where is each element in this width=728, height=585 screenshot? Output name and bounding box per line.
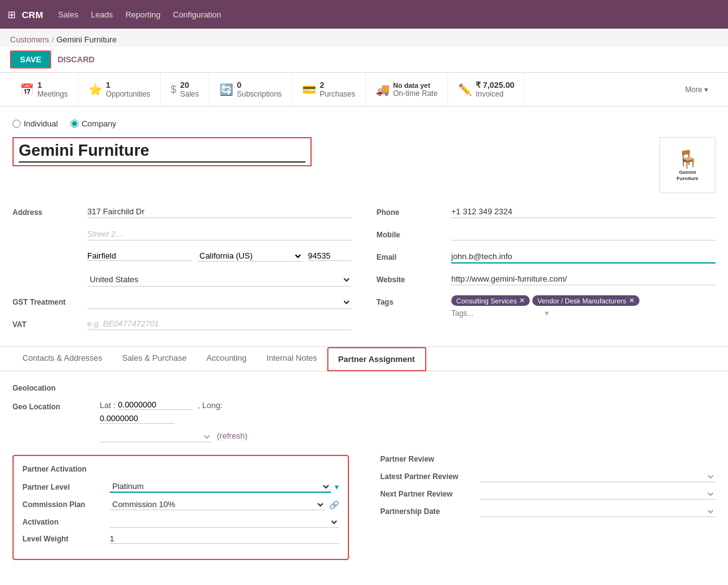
nav-leads[interactable]: Leads bbox=[91, 10, 113, 19]
tab-notes[interactable]: Internal Notes bbox=[257, 347, 327, 371]
geolocation-title: Geolocation bbox=[12, 384, 716, 392]
company-name-input[interactable] bbox=[19, 141, 305, 163]
individual-radio[interactable] bbox=[12, 120, 21, 128]
tags-value: Consulting Services ✕ Vendor / Desk Manu… bbox=[451, 295, 716, 318]
tag-consulting-remove[interactable]: ✕ bbox=[519, 297, 525, 305]
partner-sections: Partner Activation Partner Level Platinu… bbox=[12, 455, 716, 560]
smart-btn-purchases[interactable]: 💳 2 Purchases bbox=[292, 73, 366, 106]
gst-field-row: GST Treatment bbox=[12, 295, 352, 313]
partnership-date-select[interactable] bbox=[480, 506, 716, 517]
tab-sales[interactable]: Sales & Purchase bbox=[112, 347, 196, 371]
save-button[interactable]: SAVE bbox=[10, 50, 51, 69]
activation-select[interactable] bbox=[110, 516, 339, 528]
geo-section: Geolocation Geo Location Lat : , Long: (… bbox=[12, 384, 716, 442]
next-review-select[interactable] bbox=[480, 488, 716, 500]
company-logo[interactable]: 🪑 Gemini Furniture bbox=[659, 137, 716, 193]
external-link-icon[interactable]: 🔗 bbox=[329, 500, 339, 510]
tag-consulting: Consulting Services ✕ bbox=[451, 295, 530, 306]
type-selector: Individual Company bbox=[12, 119, 716, 128]
calendar-icon: 📅 bbox=[20, 83, 34, 97]
individual-option[interactable]: Individual bbox=[12, 119, 58, 128]
email-field-row: Email bbox=[376, 250, 716, 268]
activation-value bbox=[110, 516, 339, 528]
smart-btn-invoiced[interactable]: ✏️ ₹ 7,025.00 Invoiced bbox=[448, 73, 525, 106]
mobile-value bbox=[451, 228, 716, 240]
tab-partner[interactable]: Partner Assignment bbox=[327, 347, 426, 371]
ontime-label: On-time Rate bbox=[393, 89, 438, 98]
invoiced-count: ₹ 7,025.00 bbox=[476, 80, 514, 90]
email-value bbox=[451, 250, 716, 264]
ontime-count: No data yet bbox=[393, 82, 438, 89]
level-weight-label: Level Weight bbox=[22, 535, 110, 543]
nav-reporting[interactable]: Reporting bbox=[125, 10, 160, 19]
commission-plan-row: Commission Plan Commission 10% 🔗 bbox=[22, 499, 339, 510]
company-option[interactable]: Company bbox=[70, 119, 117, 128]
country-select[interactable]: United States bbox=[87, 273, 352, 287]
latest-review-select[interactable] bbox=[480, 471, 716, 482]
tags-input-row: ▾ bbox=[451, 308, 716, 318]
subscriptions-count: 0 bbox=[237, 80, 282, 90]
commission-plan-select[interactable]: Commission 10% bbox=[110, 499, 325, 510]
vat-input[interactable] bbox=[87, 318, 352, 330]
individual-label: Individual bbox=[24, 119, 58, 128]
website-label: Website bbox=[376, 273, 451, 284]
truck-icon: 🚚 bbox=[376, 83, 390, 97]
tags-input[interactable] bbox=[451, 309, 545, 318]
tags-container: Consulting Services ✕ Vendor / Desk Manu… bbox=[451, 295, 716, 306]
tag-vendor: Vendor / Desk Manufacturers ✕ bbox=[532, 295, 639, 306]
partner-level-select[interactable]: Platinum bbox=[110, 481, 331, 493]
email-input[interactable] bbox=[451, 250, 716, 264]
long-input[interactable] bbox=[100, 414, 175, 424]
street2-input[interactable] bbox=[87, 228, 352, 240]
smart-btn-subscriptions[interactable]: 🔄 0 Subscriptions bbox=[209, 73, 292, 106]
address-label: Address bbox=[12, 206, 87, 217]
breadcrumb: Customers / Gemini Furniture bbox=[0, 29, 728, 47]
breadcrumb-parent[interactable]: Customers bbox=[10, 35, 49, 44]
country-field-row: United States bbox=[12, 273, 352, 290]
tab-accounting[interactable]: Accounting bbox=[196, 347, 256, 371]
zip-input[interactable] bbox=[308, 251, 352, 261]
smart-btn-opportunities[interactable]: ⭐ 1 Opportunities bbox=[79, 73, 161, 106]
tag-vendor-remove[interactable]: ✕ bbox=[629, 297, 635, 305]
grid-icon[interactable]: ⊞ bbox=[7, 9, 16, 21]
tags-field-row: Tags Consulting Services ✕ Vendor / Desk… bbox=[376, 295, 716, 318]
tab-contacts[interactable]: Contacts & Addresses bbox=[12, 347, 112, 371]
address-field-row: Address bbox=[12, 206, 352, 223]
vat-value bbox=[87, 318, 352, 330]
dollar-icon: $ bbox=[171, 84, 176, 95]
company-radio[interactable] bbox=[70, 120, 79, 128]
meetings-count: 1 bbox=[37, 80, 68, 90]
activation-title: Partner Activation bbox=[22, 465, 339, 473]
address-value bbox=[87, 206, 352, 218]
map-select[interactable] bbox=[100, 431, 212, 442]
discard-button[interactable]: DISCARD bbox=[57, 55, 94, 64]
breadcrumb-current: Gemini Furniture bbox=[56, 35, 117, 44]
top-nav: ⊞ CRM Sales Leads Reporting Configuratio… bbox=[0, 0, 728, 29]
nav-configuration[interactable]: Configuration bbox=[173, 10, 221, 19]
invoiced-label: Invoiced bbox=[476, 90, 514, 98]
smart-btn-sales[interactable]: $ 20 Sales bbox=[161, 73, 209, 106]
tags-dropdown-icon[interactable]: ▾ bbox=[545, 308, 549, 318]
gst-select[interactable] bbox=[87, 295, 352, 309]
mobile-label: Mobile bbox=[376, 228, 451, 239]
long-value-row bbox=[100, 414, 716, 424]
meetings-label: Meetings bbox=[37, 90, 68, 98]
level-weight-input[interactable] bbox=[110, 534, 339, 544]
mobile-input[interactable] bbox=[451, 228, 716, 240]
refresh-link[interactable]: (refresh) bbox=[217, 431, 247, 440]
nav-sales[interactable]: Sales bbox=[58, 10, 79, 19]
phone-input[interactable] bbox=[451, 206, 716, 218]
lat-input[interactable] bbox=[118, 400, 193, 410]
company-label: Company bbox=[82, 119, 117, 128]
city-input[interactable] bbox=[87, 251, 192, 261]
review-box: Partner Review Latest Partner Review Nex… bbox=[374, 455, 716, 560]
country-value: United States bbox=[87, 273, 352, 287]
smart-btn-meetings[interactable]: 📅 1 Meetings bbox=[10, 73, 79, 106]
more-button[interactable]: More ▾ bbox=[675, 78, 718, 102]
latest-review-value bbox=[480, 471, 716, 482]
latest-review-label: Latest Partner Review bbox=[380, 472, 480, 481]
website-input[interactable] bbox=[451, 273, 716, 285]
street1-input[interactable] bbox=[87, 206, 352, 218]
smart-btn-ontime[interactable]: 🚚 No data yet On-time Rate bbox=[366, 74, 448, 105]
state-select[interactable]: California (US) bbox=[197, 250, 303, 262]
